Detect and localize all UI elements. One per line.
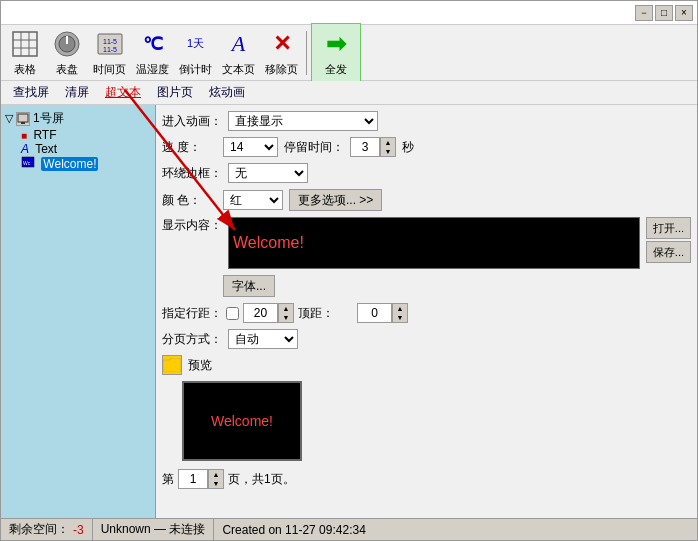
preview-text: Welcome! <box>211 413 273 429</box>
toolbar-table-label: 表格 <box>14 62 36 77</box>
created-section: Created on 11-27 09:42:34 <box>214 519 697 540</box>
welcome-icon: Wc <box>21 157 38 171</box>
tree-rtf-node[interactable]: ■ RTF <box>5 128 151 142</box>
border-row: 环绕边框： 无 <box>162 163 691 183</box>
enter-animation-label: 进入动画： <box>162 113 222 130</box>
enter-animation-row: 进入动画： 直接显示 <box>162 111 691 131</box>
pause-spinners: ▲ ▼ <box>380 137 396 157</box>
page-spin-up[interactable]: ▲ <box>209 470 223 479</box>
menu-super-text[interactable]: 超文本 <box>97 82 149 103</box>
toolbar-remove-label: 移除页 <box>265 62 298 77</box>
menu-animation[interactable]: 炫动画 <box>201 82 253 103</box>
toolbar-temp-label: 温湿度 <box>136 62 169 77</box>
line-spacing-row: 指定行距： ▲ ▼ 顶距： ▲ ▼ <box>162 303 691 323</box>
speed-label: 速 度： <box>162 139 217 156</box>
page-label2: 页，共1页。 <box>228 471 295 488</box>
font-button[interactable]: 字体... <box>223 275 275 297</box>
top-margin-spin-down[interactable]: ▼ <box>393 313 407 322</box>
line-spacing-checkbox[interactable] <box>226 307 239 320</box>
preview-box-container: Welcome! <box>172 381 691 461</box>
created-label: Created on 11-27 09:42:34 <box>222 523 365 537</box>
line-spacing-input-container: ▲ ▼ <box>243 303 294 323</box>
connection-section: Unknown — 未连接 <box>93 519 215 540</box>
minimize-button[interactable]: － <box>635 5 653 21</box>
display-content-row: 显示内容： Welcome! 打开... 保存... <box>162 217 691 269</box>
pagination-select[interactable]: 自动 <box>228 329 298 349</box>
svg-rect-12 <box>21 122 25 124</box>
tree-text-node[interactable]: A Text <box>5 142 151 156</box>
page-label1: 第 <box>162 471 174 488</box>
menu-find-screen[interactable]: 查找屏 <box>5 82 57 103</box>
toolbar-countdown-label: 倒计时 <box>179 62 212 77</box>
toolbar-temp[interactable]: ℃ 温湿度 <box>132 26 173 79</box>
more-options-button[interactable]: 更多选项... >> <box>289 189 382 211</box>
main-content: ▽ 1号屏 ■ RTF A Text Wc Welcome! <box>1 105 697 518</box>
table-icon <box>9 28 41 60</box>
toolbar-countdown[interactable]: 1天 倒计时 <box>175 26 216 79</box>
toolbar-send-all[interactable]: ➡ 全发 <box>311 23 361 82</box>
close-button[interactable]: × <box>675 5 693 21</box>
tree-text-label: Text <box>35 142 57 156</box>
menubar: 查找屏 清屏 超文本 图片页 炫动画 <box>1 81 697 105</box>
tree-rtf-label: RTF <box>33 128 56 142</box>
tree-expand-icon: ▽ <box>5 112 13 125</box>
save-button[interactable]: 保存... <box>646 241 691 263</box>
page-input[interactable] <box>178 469 208 489</box>
svg-rect-11 <box>18 114 28 122</box>
border-label: 环绕边框： <box>162 165 222 182</box>
page-input-container: ▲ ▼ <box>178 469 224 489</box>
title-bar-buttons: － □ × <box>635 5 693 21</box>
top-margin-input[interactable] <box>357 303 392 323</box>
title-bar: － □ × <box>1 1 697 25</box>
toolbar-divider <box>306 31 307 75</box>
toolbar-dial[interactable]: 表盘 <box>47 26 87 79</box>
screen-icon <box>16 112 30 126</box>
tree-root[interactable]: ▽ 1号屏 <box>5 109 151 128</box>
temp-icon: ℃ <box>137 28 169 60</box>
toolbar-remove[interactable]: ✕ 移除页 <box>261 26 302 79</box>
toolbar-text[interactable]: A 文本页 <box>218 26 259 79</box>
side-buttons: 打开... 保存... <box>646 217 691 263</box>
toolbar-time-label: 时间页 <box>93 62 126 77</box>
speed-select[interactable]: 14 <box>223 137 278 157</box>
top-margin-spinners: ▲ ▼ <box>392 303 408 323</box>
toolbar-dial-label: 表盘 <box>56 62 78 77</box>
line-spacing-input[interactable] <box>243 303 278 323</box>
menu-image-page[interactable]: 图片页 <box>149 82 201 103</box>
open-button[interactable]: 打开... <box>646 217 691 239</box>
top-margin-spin-up[interactable]: ▲ <box>393 304 407 313</box>
preview-folder-icon <box>162 355 182 375</box>
color-label: 颜 色： <box>162 192 217 209</box>
text-a-icon: A <box>21 142 29 156</box>
remaining-space-section: 剩余空间： -3 <box>1 519 93 540</box>
top-margin-input-container: ▲ ▼ <box>357 303 408 323</box>
maximize-button[interactable]: □ <box>655 5 673 21</box>
menu-clear-screen[interactable]: 清屏 <box>57 82 97 103</box>
line-spacing-spin-down[interactable]: ▼ <box>279 313 293 322</box>
top-margin-label: 顶距： <box>298 305 353 322</box>
border-select[interactable]: 无 <box>228 163 308 183</box>
toolbar-table[interactable]: 表格 <box>5 26 45 79</box>
pagination-row: 分页方式： 自动 <box>162 329 691 349</box>
toolbar-time[interactable]: 11-5 11-5 时间页 <box>89 26 130 79</box>
pause-spin-up[interactable]: ▲ <box>381 138 395 147</box>
svg-rect-0 <box>13 32 37 56</box>
color-select[interactable]: 红 <box>223 190 283 210</box>
pause-input-container: ▲ ▼ <box>350 137 396 157</box>
main-window: － □ × 表格 <box>0 0 698 541</box>
svg-text:11-5: 11-5 <box>102 38 116 45</box>
tree-welcome-node[interactable]: Wc Welcome! <box>5 156 151 171</box>
font-row: 字体... <box>162 275 691 297</box>
toolbar-text-label: 文本页 <box>222 62 255 77</box>
remaining-value: -3 <box>73 523 84 537</box>
page-spin-down[interactable]: ▼ <box>209 479 223 488</box>
svg-text:Wc: Wc <box>23 160 31 166</box>
preview-box: Welcome! <box>182 381 302 461</box>
tree-welcome-label: Welcome! <box>41 157 98 171</box>
enter-animation-select[interactable]: 直接显示 <box>228 111 378 131</box>
page-nav: 第 ▲ ▼ 页，共1页。 <box>162 469 691 489</box>
pause-spin-down[interactable]: ▼ <box>381 147 395 156</box>
line-spacing-spin-up[interactable]: ▲ <box>279 304 293 313</box>
pause-input[interactable] <box>350 137 380 157</box>
countdown-icon: 1天 <box>180 28 212 60</box>
